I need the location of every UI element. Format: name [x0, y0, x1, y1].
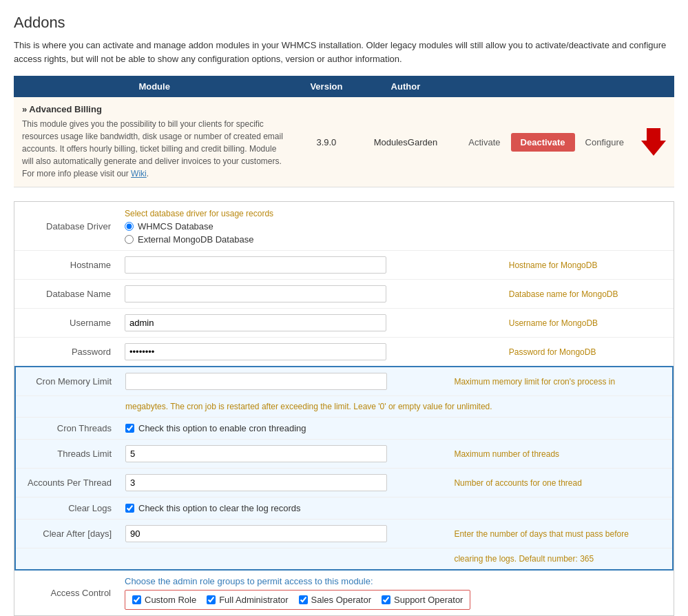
page-title: Addons	[14, 14, 674, 32]
deactivate-button[interactable]: Deactivate	[511, 133, 575, 152]
db-driver-options: WHMCS Database External MongoDB Database	[125, 221, 495, 245]
cron-memory-label: Cron Memory Limit	[15, 367, 118, 396]
role-full-admin[interactable]: Full Administrator	[207, 595, 288, 605]
addon-info-cell: Advanced Billing This module gives you t…	[14, 97, 295, 187]
intro-text: This is where you can activate and manag…	[14, 39, 674, 65]
col-actions	[453, 76, 674, 97]
clear-logs-input-cell: Check this option to clear the log recor…	[118, 497, 673, 520]
access-control-row: Access Control Choose the admin role gro…	[14, 571, 674, 615]
clear-after-hint2: clearing the logs. Default number: 365	[447, 548, 673, 571]
cron-memory-input-cell	[118, 367, 447, 396]
addon-row-advanced-billing: Advanced Billing This module gives you t…	[14, 97, 674, 187]
hostname-input-cell	[118, 251, 502, 280]
configure-button[interactable]: Configure	[578, 134, 631, 151]
db-driver-hint-cell	[502, 202, 674, 251]
username-input-cell	[118, 309, 502, 338]
clear-after-input-cell	[118, 520, 447, 548]
col-author: Author	[358, 76, 454, 97]
role-sales-operator-checkbox[interactable]	[299, 595, 308, 604]
threads-limit-input-cell	[118, 440, 447, 469]
role-custom[interactable]: Custom Role	[132, 595, 196, 605]
cron-memory-full-hint: megabytes. The cron job is restarted aft…	[118, 396, 673, 418]
cron-threads-input-cell: Check this option to enable cron threadi…	[118, 418, 673, 440]
password-hint: Password for MongoDB	[502, 338, 674, 367]
db-driver-label: Database Driver	[14, 202, 118, 251]
db-driver-input-cell: Select database driver for usage records…	[118, 202, 502, 251]
cron-memory-input[interactable]	[125, 373, 387, 390]
blue-config-section: Cron Memory Limit Maximum memory limit f…	[14, 366, 674, 571]
col-module: Module	[14, 76, 295, 97]
cron-memory-row: Cron Memory Limit Maximum memory limit f…	[15, 367, 673, 396]
role-support-operator-checkbox[interactable]	[382, 595, 390, 604]
activate-button[interactable]: Activate	[461, 134, 507, 151]
password-label: Password	[14, 338, 118, 367]
clear-after-hint: Enter the number of days that must pass …	[447, 520, 673, 548]
cron-threads-checkbox[interactable]	[125, 424, 134, 433]
arrow-down-icon	[641, 128, 666, 156]
password-input-cell	[118, 338, 502, 367]
addon-version: 3.9.0	[295, 97, 357, 187]
password-row: Password Password for MongoDB	[14, 338, 674, 367]
clear-after-hint-row: clearing the logs. Default number: 365	[15, 548, 673, 571]
addon-wiki-link[interactable]: Wiki	[131, 169, 147, 178]
database-name-input[interactable]	[125, 285, 386, 302]
accounts-per-thread-hint: Number of accounts for one thread	[447, 469, 673, 497]
access-checkboxes: Custom Role Full Administrator Sales Ope…	[125, 590, 470, 610]
accounts-per-thread-label: Accounts Per Thread	[15, 469, 118, 497]
col-version: Version	[295, 76, 357, 97]
hostname-label: Hostname	[14, 251, 118, 280]
access-control-label: Access Control	[14, 571, 118, 615]
hostname-row: Hostname Hostname for MongoDB	[14, 251, 674, 280]
addons-table: Module Version Author Advanced Billing T…	[14, 76, 674, 187]
clear-logs-row: Clear Logs Check this option to clear th…	[15, 497, 673, 520]
hostname-hint: Hostname for MongoDB	[502, 251, 674, 280]
accounts-per-thread-input[interactable]	[125, 474, 387, 491]
password-input[interactable]	[125, 343, 386, 360]
cron-memory-hint: Maximum memory limit for cron's process …	[447, 367, 673, 396]
username-row: Username Username for MongoDB	[14, 309, 674, 338]
clear-logs-checkbox-label[interactable]: Check this option to clear the log recor…	[125, 503, 665, 513]
cron-memory-hint-row: megabytes. The cron job is restarted aft…	[15, 396, 673, 418]
username-label: Username	[14, 309, 118, 338]
radio-whmcs-db[interactable]: WHMCS Database	[125, 221, 495, 232]
radio-mongo-db[interactable]: External MongoDB Database	[125, 234, 495, 245]
hostname-input[interactable]	[125, 256, 386, 274]
cron-threads-checkbox-label[interactable]: Check this option to enable cron threadi…	[125, 423, 665, 433]
database-name-input-cell	[118, 280, 502, 309]
role-full-admin-checkbox[interactable]	[207, 595, 216, 604]
threads-limit-hint: Maximum number of threads	[447, 440, 673, 469]
accounts-per-thread-input-cell	[118, 469, 447, 497]
addon-actions-cell: Activate Deactivate Configure	[453, 97, 674, 187]
addon-description: This module gives you the possibility to…	[22, 118, 286, 180]
accounts-per-thread-row: Accounts Per Thread Number of accounts f…	[15, 469, 673, 497]
role-sales-operator[interactable]: Sales Operator	[299, 595, 371, 605]
access-control-input-cell: Choose the admin role groups to permit a…	[118, 571, 674, 615]
cron-threads-label: Cron Threads	[15, 418, 118, 440]
database-name-label: Database Name	[14, 280, 118, 309]
access-control-prompt: Choose the admin role groups to permit a…	[125, 576, 667, 586]
clear-after-label: Clear After [days]	[15, 520, 118, 548]
username-input[interactable]	[125, 314, 386, 331]
db-driver-hint: Select database driver for usage records	[125, 209, 495, 218]
addon-author: ModulesGarden	[358, 97, 454, 187]
cron-threads-row: Cron Threads Check this option to enable…	[15, 418, 673, 440]
config-table: Database Driver Select database driver f…	[14, 202, 674, 366]
role-custom-checkbox[interactable]	[132, 595, 141, 604]
database-name-row: Database Name Database name for MongoDB	[14, 280, 674, 309]
clear-after-input[interactable]	[125, 525, 387, 542]
db-driver-row: Database Driver Select database driver f…	[14, 202, 674, 251]
radio-whmcs-db-input[interactable]	[125, 222, 134, 231]
role-support-operator[interactable]: Support Operator	[382, 595, 463, 605]
clear-logs-checkbox[interactable]	[125, 504, 134, 513]
clear-logs-label: Clear Logs	[15, 497, 118, 520]
config-section: Database Driver Select database driver f…	[14, 201, 674, 616]
access-control-section: Access Control Choose the admin role gro…	[14, 571, 674, 615]
threads-limit-row: Threads Limit Maximum number of threads	[15, 440, 673, 469]
database-name-hint: Database name for MongoDB	[502, 280, 674, 309]
username-hint: Username for MongoDB	[502, 309, 674, 338]
threads-limit-label: Threads Limit	[15, 440, 118, 469]
threads-limit-input[interactable]	[125, 445, 387, 462]
addon-name: Advanced Billing	[22, 104, 286, 114]
clear-after-row: Clear After [days] Enter the number of d…	[15, 520, 673, 548]
radio-mongo-db-input[interactable]	[125, 235, 134, 244]
